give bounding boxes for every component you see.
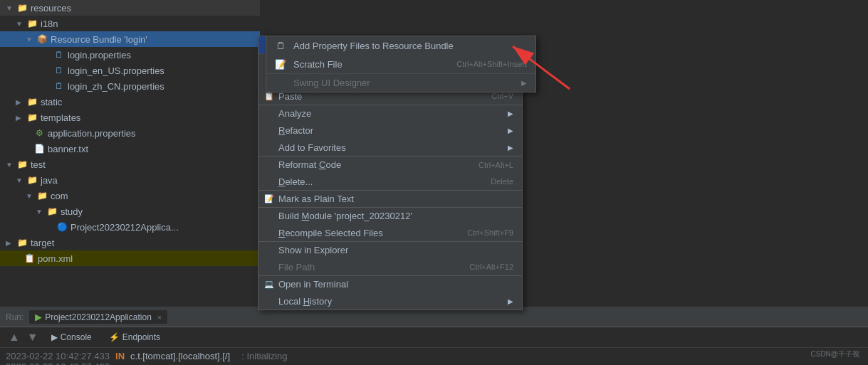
tab-console[interactable]: ▶ Console xyxy=(44,331,99,344)
tree-label-login-en-props: login_en_US.properties xyxy=(68,65,164,76)
tree-label-login-props: login.properties xyxy=(68,50,131,60)
submenu-label-add-property: Add Property Files to Resource Bundle xyxy=(293,41,527,51)
tree-label-resources: resources xyxy=(31,3,71,14)
run-label-text: Run: xyxy=(6,312,23,322)
tree-item-static[interactable]: ▶ 📁 static xyxy=(0,94,260,110)
tree-label-test: test xyxy=(31,159,46,170)
menu-item-local-history[interactable]: Local History ▶ xyxy=(258,292,522,310)
tree-label-i18n: i18n xyxy=(41,18,58,29)
tree-item-login-props[interactable]: 🗒 login.properties xyxy=(0,47,260,63)
folder-icon-com: 📁 xyxy=(36,191,48,201)
run-close-button[interactable]: × xyxy=(157,313,162,322)
folder-icon-resources: 📁 xyxy=(16,3,28,13)
menu-item-refactor[interactable]: Refactor ▶ xyxy=(258,122,522,139)
xml-icon: 📋 xyxy=(23,253,36,263)
menu-item-analyze[interactable]: Analyze ▶ xyxy=(258,105,522,122)
tree-arrow-resources: ▼ xyxy=(6,4,16,12)
submenu-item-add-property[interactable]: 🗒 Add Property Files to Resource Bundle xyxy=(266,36,535,55)
menu-arrow-local-history: ▶ xyxy=(508,297,513,305)
tree-item-templates[interactable]: ▶ 📁 templates xyxy=(0,110,260,125)
menu-label-open-terminal: Open in Terminal xyxy=(278,279,513,290)
folder-icon-test: 📁 xyxy=(16,159,28,169)
run-controls: ▲ ▼ xyxy=(6,329,41,345)
scratch-file-icon: 📝 xyxy=(272,59,289,70)
tree-item-i18n[interactable]: ▼ 📁 i18n xyxy=(0,16,260,31)
menu-label-file-path: File Path xyxy=(278,262,455,273)
console-badge-1: IN xyxy=(115,351,125,361)
tree-item-login-zh-props[interactable]: 🗒 login_zh_CN.properties xyxy=(0,78,260,94)
tree-item-app-props[interactable]: ⚙ application.properties xyxy=(0,125,260,141)
txt-icon: 📄 xyxy=(33,144,46,154)
menu-arrow-favorites: ▶ xyxy=(508,144,513,152)
tree-item-study[interactable]: ▼ 📁 study xyxy=(0,203,260,219)
menu-label-delete: Delete... xyxy=(278,176,476,187)
menu-item-mark-plain[interactable]: 📝 Mark as Plain Text xyxy=(258,190,522,207)
menu-label-build-module: Build Module 'project_20230212' xyxy=(278,211,513,221)
submenu-item-scratch-file[interactable]: 📝 Scratch File Ctrl+Alt+Shift+Insert xyxy=(266,55,535,73)
tree-item-banner[interactable]: 📄 banner.txt xyxy=(0,141,260,157)
run-title: Project20230212Application xyxy=(45,312,151,322)
submenu-label-swing: Swing UI Designer xyxy=(293,78,521,88)
up-arrow-button[interactable]: ▲ xyxy=(6,329,23,345)
tree-item-java[interactable]: ▼ 📁 java xyxy=(0,172,260,188)
tree-label-app-props: application.properties xyxy=(48,128,136,139)
tree-item-resources[interactable]: ▼ 📁 resources xyxy=(0,0,260,16)
tree-label-static: static xyxy=(41,97,62,107)
menu-item-file-path: File Path Ctrl+Alt+F12 xyxy=(258,258,522,275)
menu-label-reformat: Reformat Code xyxy=(278,159,464,170)
run-label-container: ▶ Project20230212Application × xyxy=(29,310,167,324)
tab-endpoints[interactable]: ⚡ Endpoints xyxy=(102,331,167,344)
menu-item-reformat[interactable]: Reformat Code Ctrl+Alt+L xyxy=(258,156,522,173)
terminal-icon: 💻 xyxy=(263,280,276,289)
menu-item-build-module[interactable]: Build Module 'project_20230212' xyxy=(258,207,522,224)
menu-item-open-terminal[interactable]: 💻 Open in Terminal xyxy=(258,275,522,292)
tree-item-login-bundle[interactable]: ▼ 📦 Resource Bundle 'login' xyxy=(0,31,260,47)
tree-item-com[interactable]: ▼ 📁 com xyxy=(0,188,260,203)
menu-label-analyze: Analyze xyxy=(278,108,502,119)
menu-shortcut-paste: Ctrl+V xyxy=(491,92,513,100)
add-property-icon: 🗒 xyxy=(272,41,289,51)
tree-label-main-class: Project20230212Applica... xyxy=(70,222,179,233)
menu-item-favorites[interactable]: Add to Favorites ▶ xyxy=(258,139,522,156)
down-arrow-button[interactable]: ▼ xyxy=(24,329,41,345)
submenu-label-scratch-file: Scratch File xyxy=(293,59,456,70)
tree-label-pom-xml: pom.xml xyxy=(38,253,73,264)
tree-label-login-zh-props: login_zh_CN.properties xyxy=(68,81,164,92)
menu-label-mark-plain: Mark as Plain Text xyxy=(278,194,513,204)
spring-props-icon: ⚙ xyxy=(33,128,46,138)
submenu-shortcut-scratch: Ctrl+Alt+Shift+Insert xyxy=(456,60,527,68)
menu-shortcut-delete: Delete xyxy=(491,177,513,186)
folder-icon-study: 📁 xyxy=(46,206,58,216)
tree-arrow-login-bundle: ▼ xyxy=(26,36,36,43)
endpoints-label: Endpoints xyxy=(122,332,160,342)
properties-icon-zh: 🗒 xyxy=(53,81,66,91)
tree-label-java: java xyxy=(41,175,58,186)
menu-shortcut-file-path: Ctrl+Alt+F12 xyxy=(469,263,513,271)
run-icon: ▶ xyxy=(35,312,42,322)
tree-item-pom-xml[interactable]: 📋 pom.xml xyxy=(0,250,260,266)
swing-arrow: ▶ xyxy=(521,79,527,87)
menu-item-delete[interactable]: Delete... Delete xyxy=(258,173,522,190)
endpoints-icon: ⚡ xyxy=(109,332,120,342)
tree-arrow-i18n: ▼ xyxy=(16,20,26,28)
menu-label-local-history: Local History xyxy=(278,296,502,307)
menu-label-favorites: Add to Favorites xyxy=(278,142,502,153)
menu-item-recompile[interactable]: Recompile Selected Files Ctrl+Shift+F9 xyxy=(258,224,522,241)
menu-arrow-refactor: ▶ xyxy=(508,127,513,134)
submenu-item-swing: Swing UI Designer ▶ xyxy=(266,73,535,92)
console-text-1: c.t.[tomcat].[localhost].[/] xyxy=(130,351,230,361)
tree-item-target[interactable]: ▶ 📁 target xyxy=(0,235,260,250)
tree-label-study: study xyxy=(61,206,83,217)
console-time-2: 2023-02-22 10:42:27.433 xyxy=(6,361,110,365)
tree-label-target: target xyxy=(31,238,54,248)
menu-item-show-explorer[interactable]: Show in Explorer xyxy=(258,241,522,258)
tree-label-templates: templates xyxy=(41,112,80,123)
menu-shortcut-reformat: Ctrl+Alt+L xyxy=(479,161,513,169)
class-icon: 🔵 xyxy=(56,222,68,232)
paste-icon: 📋 xyxy=(263,92,276,101)
menu-label-recompile: Recompile Selected Files xyxy=(278,228,453,238)
tree-item-main-class[interactable]: 🔵 Project20230212Applica... xyxy=(0,219,260,235)
tree-item-test[interactable]: ▼ 📁 test xyxy=(0,157,260,172)
menu-shortcut-recompile: Ctrl+Shift+F9 xyxy=(467,228,513,237)
tree-item-login-en-props[interactable]: 🗒 login_en_US.properties xyxy=(0,63,260,78)
